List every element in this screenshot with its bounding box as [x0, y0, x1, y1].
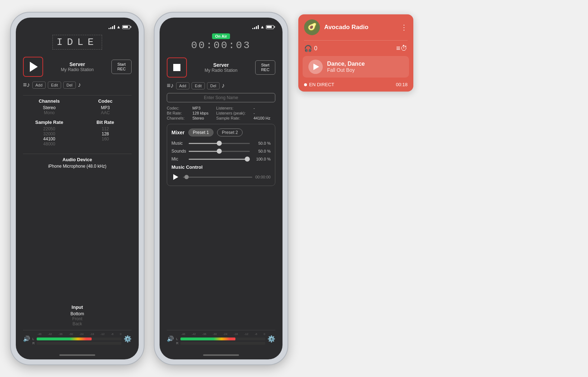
p2-server-name: My Radio Station	[187, 68, 255, 73]
p2-wifi-icon: ▲	[260, 24, 265, 29]
p2-vu-l-label: L	[176, 337, 179, 341]
vu-l-fill	[37, 338, 92, 340]
start-rec-button[interactable]: StartREC	[111, 60, 132, 74]
stream-channels: Stereo	[192, 116, 213, 120]
phone1-content: IDLE Server My Radio Station StartREC ≡♪…	[16, 33, 139, 351]
vu-l-row: L	[32, 337, 121, 341]
schedule-icon[interactable]: ≡⏱	[396, 44, 408, 52]
radio-header: 🥑 Avocado Radio ⋮	[298, 14, 413, 40]
bit-rate-112[interactable]: 112	[79, 126, 132, 131]
live-badge: EN DIRECT	[304, 82, 334, 87]
signal-icon	[109, 25, 115, 29]
codec-group: Codec MP3 AAC	[79, 98, 132, 115]
input-back[interactable]: Back	[23, 321, 132, 326]
gear-icon[interactable]: ⚙️	[124, 335, 132, 343]
edit-button[interactable]: Edit	[48, 82, 61, 89]
live-label: EN DIRECT	[309, 82, 334, 87]
stop-icon	[173, 64, 180, 71]
sounds-slider-track[interactable]	[189, 151, 250, 152]
music-time: 00:00:00	[255, 175, 271, 179]
codec-mp3[interactable]: MP3	[79, 105, 132, 110]
mixer-panel: Mixer Preset 1 Preset 2 Music 50.0 % Sou…	[167, 124, 275, 186]
phone2-content: On Air 00:00:03 Server My Radio Station …	[160, 33, 282, 351]
p2-playlist-icon[interactable]: ≡♪	[167, 82, 174, 89]
server-name: My Radio Station	[43, 67, 111, 72]
np-artist: Fall Out Boy	[327, 67, 365, 73]
p2-battery-icon	[266, 25, 274, 29]
channels-stereo[interactable]: Stereo	[23, 105, 75, 110]
sample-rate-32000[interactable]: 32000	[23, 131, 75, 136]
more-menu-button[interactable]: ⋮	[400, 23, 408, 32]
sample-rate-group: Sample Rate 22050 32000 44100 48000	[23, 120, 75, 146]
p2-signal-icon	[252, 25, 259, 29]
add-button[interactable]: Add	[32, 82, 46, 89]
timer-display: 00:00:03	[191, 40, 251, 51]
music-slider-thumb[interactable]	[217, 141, 222, 146]
bit-rate-128[interactable]: 128	[79, 131, 132, 136]
p2-vu-r-row: R	[176, 341, 265, 345]
phone1-toolbar: ≡♪ Add Edit Del ♪	[23, 81, 132, 89]
phone1-control-row: Server My Radio Station StartREC	[23, 57, 132, 77]
p2-edit-button[interactable]: Edit	[192, 82, 205, 89]
codec-aac[interactable]: AAC	[79, 110, 132, 115]
stream-listeners: -	[253, 106, 275, 110]
mic-slider-track[interactable]	[189, 159, 250, 160]
p2-vu-l-fill	[180, 338, 235, 340]
p2-del-button[interactable]: Del	[207, 82, 220, 89]
song-name-input[interactable]	[167, 93, 275, 102]
stream-codec: MP3	[192, 106, 213, 110]
sample-rate-48000[interactable]: 48000	[23, 141, 75, 146]
stop-button[interactable]	[167, 57, 187, 78]
phone1-notch	[54, 18, 101, 28]
vu-l-label: L	[32, 337, 35, 341]
del-button[interactable]: Del	[63, 82, 76, 89]
music-value: 50.0 %	[253, 141, 271, 145]
playlist-icon[interactable]: ≡♪	[23, 81, 30, 89]
now-playing-card: Dance, Dance Fall Out Boy	[303, 56, 409, 78]
mini-play-button[interactable]	[171, 173, 180, 181]
input-bottom[interactable]: Bottom	[23, 311, 132, 316]
np-play-icon	[313, 64, 319, 70]
preset1-button[interactable]: Preset 1	[188, 129, 214, 136]
music-slider-row: Music 50.0 %	[171, 141, 271, 146]
play-icon	[30, 62, 38, 72]
listener-number: 0	[314, 45, 317, 52]
bit-rate-160[interactable]: 160	[79, 136, 132, 141]
input-front[interactable]: Front	[23, 316, 132, 321]
bit-rate-group: Bit Rate 112 128 160	[79, 120, 132, 146]
phone1-input-section: Input Bottom Front Back	[23, 304, 132, 326]
stream-samplerate: 44100 Hz	[253, 116, 275, 120]
progress-track[interactable]	[183, 177, 252, 178]
music-icon[interactable]: ♪	[78, 81, 81, 89]
preset2-button[interactable]: Preset 2	[217, 129, 243, 136]
codec-label: Codec	[79, 98, 132, 104]
on-air-badge: On Air	[212, 33, 230, 39]
mic-slider-thumb[interactable]	[245, 157, 250, 162]
p2-music-icon[interactable]: ♪	[222, 82, 225, 89]
phone1-settings: Channels Stereo Mono Codec MP3 AAC	[23, 98, 132, 115]
sounds-slider-thumb[interactable]	[217, 149, 222, 154]
mic-label: Mic	[171, 157, 186, 162]
sounds-slider-row: Sounds 50.0 %	[171, 149, 271, 154]
idle-title: IDLE	[52, 35, 102, 50]
np-play-button[interactable]	[308, 60, 323, 74]
progress-thumb[interactable]	[184, 175, 189, 179]
p2-add-button[interactable]: Add	[176, 82, 190, 89]
radio-title: Avocado Radio	[324, 24, 396, 31]
input-label: Input	[23, 304, 132, 310]
sample-rate-22050[interactable]: 22050	[23, 126, 75, 131]
vu-channels: -46 -42 -36 -30 -24 -18 -12 -6 0 L	[32, 332, 121, 345]
p2-start-rec-button[interactable]: StartREC	[255, 60, 275, 75]
radio-footer: EN DIRECT 00:18	[298, 78, 413, 92]
play-button[interactable]	[23, 57, 43, 77]
battery-icon	[122, 25, 130, 29]
phone2-home-bar	[160, 351, 282, 359]
sample-rate-44100[interactable]: 44100	[23, 136, 75, 141]
p2-gear-icon[interactable]: ⚙️	[267, 335, 275, 343]
phone2-screen: ▲ On Air 00:00:03 Server My Radio Sta	[160, 18, 282, 359]
mic-value: 100.0 %	[253, 157, 271, 161]
channels-mono[interactable]: Mono	[23, 110, 75, 115]
music-slider-track[interactable]	[189, 143, 250, 144]
p2-server-info: Server My Radio Station	[187, 62, 255, 73]
phone1-vu-meter: 🔊 -46 -42 -36 -30 -24 -18 -12 -6 0 L	[23, 330, 132, 347]
